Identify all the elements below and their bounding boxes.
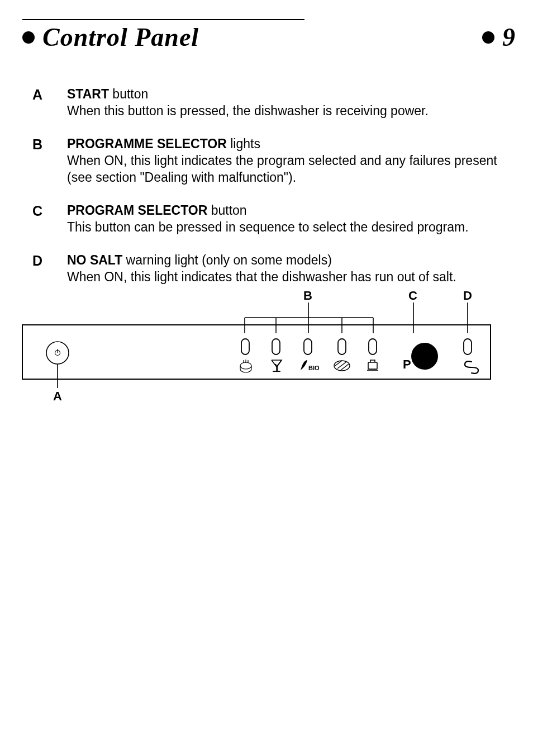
indicator-light-icon [338,339,346,355]
bio-icon: BIO [301,360,320,371]
header-row: Control Panel 9 [22,22,515,52]
body: A START button When this button is press… [32,86,510,285]
svg-text:A: A [53,389,62,403]
callout-B: B [245,289,373,333]
page-number: 9 [502,22,515,52]
item-letter: D [32,252,67,286]
item-label-rest: button [207,203,246,218]
plate-hatched-icon [334,361,350,371]
item-letter: B [32,135,67,186]
item-C: C PROGRAM SELECTOR button This button ca… [32,202,510,236]
program-selector-knob-icon [411,343,438,370]
header-right: 9 [482,22,515,52]
control-panel-diagram: P BIO [22,300,491,417]
item-text: PROGRAM SELECTOR button This button can … [67,202,510,236]
header-left: Control Panel [22,22,199,52]
item-text: START button When this button is pressed… [67,86,510,120]
indicator-light-icon [464,339,472,355]
indicator-light-icon [369,339,377,355]
item-letter: C [32,202,67,236]
svg-text:D: D [463,289,472,303]
bullet-icon [22,31,35,44]
item-label-rest: lights [227,136,260,151]
bullet-icon [482,31,494,44]
item-desc: This button can be pressed in sequence t… [67,220,469,234]
item-desc: When this button is pressed, the dishwas… [67,103,429,118]
item-label-strong: PROGRAMME SELECTOR [67,136,227,151]
salt-s-icon [465,361,478,374]
svg-text:BIO: BIO [308,365,320,371]
callout-D: D [463,289,472,333]
item-label-rest: warning light (only on some models) [122,253,332,267]
svg-text:C: C [408,289,417,303]
pot-icon [240,360,251,372]
item-text: NO SALT warning light (only on some mode… [67,252,510,286]
indicator-light-icon [304,339,312,355]
callout-C: C [408,289,417,333]
cup-icon [367,360,378,370]
item-label-rest: button [109,87,148,101]
page: Control Panel 9 A START button When this… [0,0,533,756]
label-P: P [403,357,411,371]
indicator-light-icon [272,339,280,355]
item-text: PROGRAMME SELECTOR lights When ON, this … [67,135,510,186]
item-desc: When ON, this light indicates the progra… [67,153,497,185]
svg-rect-13 [368,362,377,369]
indicator-light-icon [241,339,249,355]
item-label-strong: NO SALT [67,253,122,267]
item-letter: A [32,86,67,120]
svg-text:B: B [303,289,312,303]
callout-A: A [53,364,62,403]
page-title: Control Panel [42,22,199,52]
glass-icon [272,360,282,371]
item-D: D NO SALT warning light (only on some mo… [32,252,510,286]
item-label-strong: START [67,87,109,101]
item-label-strong: PROGRAM SELECTOR [67,203,207,218]
item-B: B PROGRAMME SELECTOR lights When ON, thi… [32,135,510,186]
item-desc: When ON, this light indicates that the d… [67,270,456,284]
start-button-icon [46,342,69,364]
item-A: A START button When this button is press… [32,86,510,120]
header-rule [22,19,304,20]
